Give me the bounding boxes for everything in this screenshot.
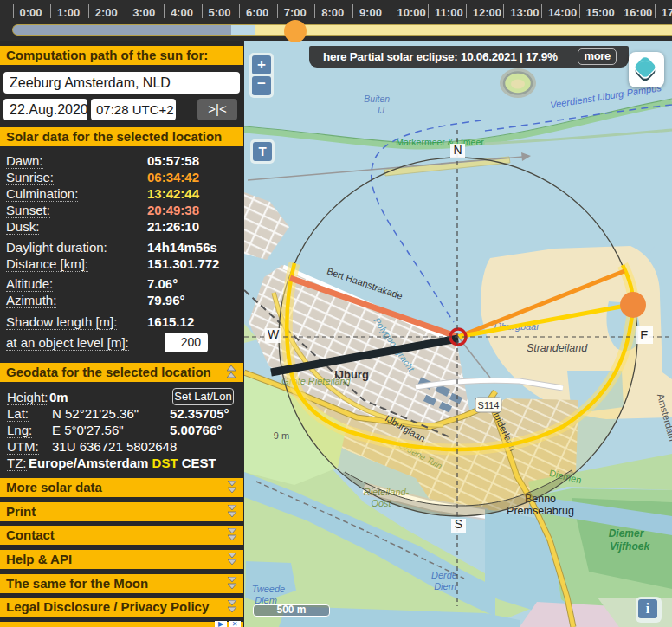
svg-text:Diemer: Diemer <box>609 527 645 540</box>
svg-text:Tweede: Tweede <box>252 584 285 594</box>
svg-text:Strandeiland: Strandeiland <box>527 342 588 354</box>
svg-text:Derde: Derde <box>431 570 457 580</box>
svg-text:9 m: 9 m <box>274 430 289 441</box>
svg-text:Markermeer & IJmeer: Markermeer & IJmeer <box>396 137 484 147</box>
svg-text:Diem: Diem <box>434 581 456 591</box>
svg-text:S: S <box>455 517 462 531</box>
svg-text:IJ: IJ <box>378 105 385 115</box>
svg-text:W: W <box>268 327 280 341</box>
svg-text:N: N <box>453 143 462 157</box>
svg-text:Buiten-: Buiten- <box>364 94 393 104</box>
svg-text:E: E <box>640 328 648 342</box>
svg-text:S114: S114 <box>478 400 500 410</box>
svg-text:Vijfhoek: Vijfhoek <box>610 540 651 553</box>
